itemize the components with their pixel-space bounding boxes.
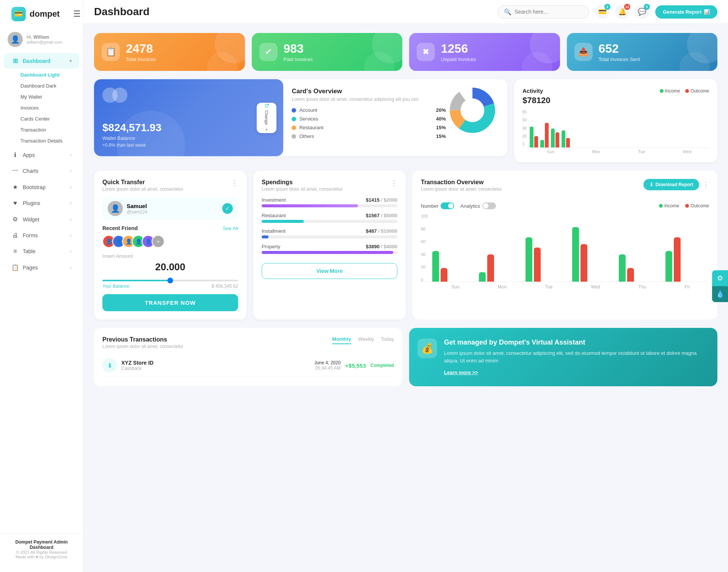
paid-invoices-number: 983 [284,42,313,56]
check-icon: ✓ [222,203,233,214]
sidebar-item-transaction-details[interactable]: Transaction Details [17,135,83,146]
big-bar-group-thu [619,254,662,282]
sidebar-item-invoices[interactable]: Invoices [17,102,83,113]
prev-tx-title: Previous Transactions [102,336,183,343]
virtual-assistant-icon: 💰 [417,338,437,358]
color-side-button[interactable]: 💧 [712,286,728,302]
va-body: Lorem ipsum dolor sit amet, consectetur … [444,349,707,364]
sidebar-item-charts[interactable]: 〰 Charts › [4,163,79,179]
info-icon: ℹ [11,151,19,158]
sidebar-item-bootstrap[interactable]: ★ Bootstrap › [4,179,79,195]
sidebar-item-pages[interactable]: 📋 Pages › [4,260,79,275]
spendings-menu-icon[interactable]: ⋮ [391,179,397,187]
download-report-button[interactable]: ⬇ Download Report [643,179,699,190]
quick-transfer-subtitle: Lorem ipsum dolor sit amet, consectetur [102,186,183,192]
account-dot [292,108,296,113]
big-bar-group-mon [479,254,522,282]
search-icon: 🔍 [504,8,511,16]
sidebar-item-plugins[interactable]: ♥ Plugins › [4,196,79,211]
view-more-button[interactable]: View More [262,263,397,279]
bottom-row: Quick Transfer Lorem ipsum dolor sit ame… [94,171,717,320]
contact-card[interactable]: 👤 Samuel @sam224 ✓ [102,197,238,220]
sidebar-item-dashboard-dark[interactable]: Dashboard Dark [17,80,83,91]
sidebar-item-label: Apps [23,152,35,158]
bell-icon-btn[interactable]: 🔔 12 [615,5,629,19]
wallet-change-button[interactable]: ↻ Change ▾ [257,103,276,133]
sidebar-item-forms[interactable]: 🖨 Forms › [4,228,79,243]
see-all-link[interactable]: See All [223,226,238,231]
chevron-right-icon: › [70,233,72,238]
transfer-now-button[interactable]: TRANSFER NOW [102,294,238,311]
sidebar-item-label: Pages [23,265,38,271]
income-bar-sun [530,127,533,147]
quick-transfer-card: Quick Transfer Lorem ipsum dolor sit ame… [94,171,246,320]
balance-label: Your Balance [102,284,129,289]
outcome-bar-sun [534,136,538,147]
va-title: Get managed by Dompet's Virtual Assistan… [444,338,707,346]
activity-bar-chart [522,110,709,148]
amount-value: 20.000 [102,261,238,273]
number-toggle-label: Number [421,202,454,209]
restaurant-progress [262,220,397,223]
unpaid-invoices-icon: ✖ [417,43,435,61]
amount-slider[interactable] [102,280,238,281]
chevron-down-icon: ▾ [69,58,72,64]
gear-icon: ⚙ [11,216,19,223]
sidebar-item-widget[interactable]: ⚙ Widget › [4,212,79,227]
wallet-label: Wallet Balance [102,135,275,141]
chevron-right-icon: › [70,217,72,222]
outcome-bar-thu-big [627,268,634,282]
sidebar-item-my-wallet[interactable]: My Wallet [17,91,83,102]
sidebar-item-label: Dashboard [23,58,50,64]
balance-row: Your Balance $ 456,345.62 [102,284,238,289]
overview-items: Account 20% Services 40% [292,107,446,139]
tab-weekly[interactable]: Weekly [358,336,374,344]
outcome-bar-fri-big [674,237,681,282]
tx-overview-menu-icon[interactable]: ⋮ [702,180,709,189]
generate-report-button[interactable]: Generate Report 📊 [655,5,717,19]
tx-name: XYZ Store ID [121,360,310,366]
activity-chart-labels: Sun Mon Tue Wed [522,149,709,154]
bell-badge: 12 [624,4,630,10]
sidebar-item-dashboard[interactable]: ⊞ Dashboard ▾ [4,53,79,69]
tx-info: XYZ Store ID Cashback [121,360,310,371]
outcome-dot [685,89,689,93]
number-toggle[interactable] [441,202,454,209]
stat-card-invoices-sent: 📤 652 Total Invoices Sent [567,33,718,71]
sidebar-item-label: Widget [23,216,39,223]
wallet-icon-btn[interactable]: 💳 2 [595,5,610,19]
chevron-right-icon: › [70,201,72,206]
analytics-toggle[interactable] [482,202,496,209]
outcome-bar-tue [555,132,559,147]
virtual-assistant-card: 💰 Get managed by Dompet's Virtual Assist… [409,328,717,386]
chat-icon-btn[interactable]: 💬 5 [635,5,649,19]
user-profile: 👤 Hi, William william@gmail.com [0,28,83,52]
chevron-right-icon: › [70,249,72,254]
income-legend: Income [660,88,680,94]
sidebar-item-table[interactable]: ≡ Table › [4,244,79,259]
tab-monthly[interactable]: Monthly [332,336,351,344]
sidebar-item-transaction[interactable]: Transaction [17,124,83,135]
sidebar-item-apps[interactable]: ℹ Apps › [4,147,79,163]
prev-tx-subtitle: Lorem ipsum dolor sit amet, consectetur [102,344,183,349]
settings-side-button[interactable]: ⚙ [712,270,728,286]
sidebar-item-dashboard-light[interactable]: Dashboard Light [17,69,83,80]
quick-transfer-menu-icon[interactable]: ⋮ [231,179,238,187]
contact-handle: @sam224 [127,209,147,215]
search-box[interactable]: 🔍 [497,5,589,19]
bar-chart-icon: 📊 [704,9,710,15]
stat-card-unpaid-invoices: ✖ 1256 Unpaid Invoices [409,33,560,71]
logo-icon: 💳 [11,7,26,21]
va-learn-more-link[interactable]: Learn more >> [444,370,478,375]
invoices-sent-label: Total Invoices Sent [599,56,640,62]
chevron-down-icon: ▾ [264,127,269,132]
page-content: 📋 2478 Total Invoices ✔ 983 Paid Invoice… [83,24,728,572]
bar-group-wed [562,130,570,147]
tab-today[interactable]: Today [381,336,394,344]
quick-transfer-header: Quick Transfer Lorem ipsum dolor sit ame… [102,179,238,197]
income-legend: Income [659,203,679,208]
activity-chart: 806040200 [522,110,709,154]
search-input[interactable] [515,9,583,15]
outcome-bar-wed-big [581,244,587,282]
sidebar-item-cards-center[interactable]: Cards Center [17,113,83,124]
